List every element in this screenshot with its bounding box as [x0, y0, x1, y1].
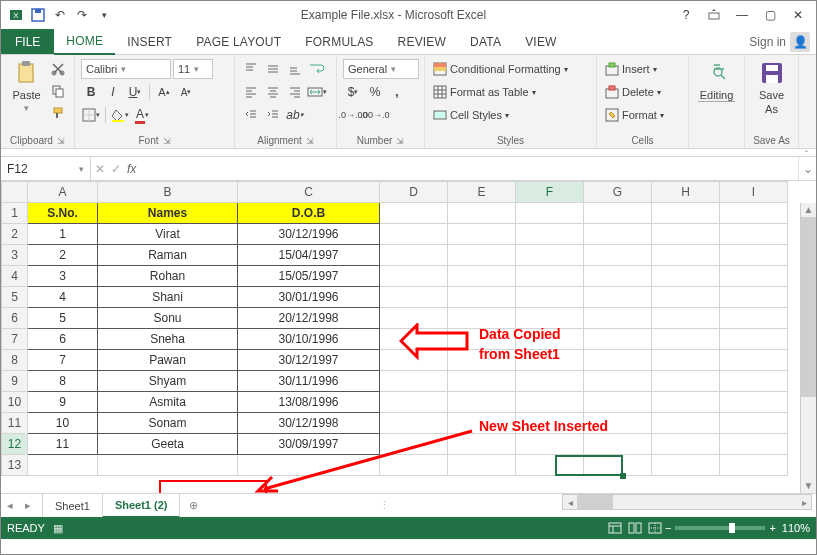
cell[interactable] [720, 203, 788, 224]
cell[interactable] [516, 434, 584, 455]
align-top-icon[interactable] [241, 59, 261, 79]
cell[interactable] [584, 245, 652, 266]
save-as-button[interactable]: Save As [751, 59, 792, 115]
macro-record-icon[interactable]: ▦ [53, 522, 63, 535]
col-header-F[interactable]: F [516, 182, 584, 203]
cell[interactable] [584, 455, 652, 476]
align-center-icon[interactable] [263, 82, 283, 102]
expand-formula-bar-icon[interactable]: ⌄ [798, 157, 816, 180]
cell[interactable]: Sonam [98, 413, 238, 434]
cell[interactable]: Rohan [98, 266, 238, 287]
decrease-indent-icon[interactable] [241, 105, 261, 125]
tab-formulas[interactable]: FORMULAS [293, 29, 385, 54]
horizontal-scrollbar[interactable]: ◂ ▸ [562, 494, 812, 510]
cell[interactable]: 7 [28, 350, 98, 371]
format-painter-icon[interactable] [48, 103, 68, 123]
close-icon[interactable]: ✕ [784, 3, 812, 27]
cell[interactable] [28, 455, 98, 476]
cell[interactable] [584, 350, 652, 371]
sign-in-link[interactable]: Sign in👤 [743, 29, 816, 54]
row-header-6[interactable]: 6 [2, 308, 28, 329]
cell[interactable] [652, 245, 720, 266]
cell[interactable] [380, 455, 448, 476]
cell[interactable] [652, 371, 720, 392]
cell[interactable] [448, 224, 516, 245]
col-header-E[interactable]: E [448, 182, 516, 203]
cell[interactable] [720, 371, 788, 392]
cell-styles-button[interactable]: Cell Styles▾ [431, 105, 511, 125]
cell[interactable] [652, 434, 720, 455]
zoom-out-icon[interactable]: − [665, 522, 671, 534]
cell[interactable] [652, 287, 720, 308]
cell[interactable] [652, 224, 720, 245]
cell[interactable] [380, 371, 448, 392]
zoom-slider[interactable]: − + [665, 522, 776, 534]
editing-button[interactable]: Editing [695, 59, 738, 102]
cell[interactable] [720, 245, 788, 266]
fill-handle[interactable] [620, 473, 626, 479]
cell[interactable] [380, 287, 448, 308]
formula-input[interactable] [140, 157, 798, 180]
cell[interactable] [720, 266, 788, 287]
cell[interactable] [652, 413, 720, 434]
tab-view[interactable]: VIEW [513, 29, 568, 54]
worksheet-grid[interactable]: A B C D E F G H I 1 S.No. Names D.O.B 21… [1, 181, 816, 493]
col-header-G[interactable]: G [584, 182, 652, 203]
cell[interactable] [516, 266, 584, 287]
minimize-icon[interactable]: — [728, 3, 756, 27]
restore-icon[interactable]: ▢ [756, 3, 784, 27]
cell[interactable]: Sneha [98, 329, 238, 350]
cell[interactable] [516, 224, 584, 245]
increase-indent-icon[interactable] [263, 105, 283, 125]
cell[interactable]: Pawan [98, 350, 238, 371]
cell[interactable] [380, 434, 448, 455]
cell[interactable] [584, 434, 652, 455]
paste-button[interactable]: Paste ▾ [7, 59, 46, 113]
cell[interactable] [516, 392, 584, 413]
cell[interactable] [380, 329, 448, 350]
vertical-scrollbar[interactable]: ▲ ▼ [800, 203, 816, 493]
cell[interactable]: 8 [28, 371, 98, 392]
cell[interactable] [380, 266, 448, 287]
cell[interactable]: Asmita [98, 392, 238, 413]
cell[interactable] [448, 434, 516, 455]
orientation-icon[interactable]: ab▾ [285, 105, 305, 125]
cell[interactable] [720, 455, 788, 476]
cell[interactable]: Geeta [98, 434, 238, 455]
cell[interactable] [380, 224, 448, 245]
cell[interactable] [652, 329, 720, 350]
row-header-12[interactable]: 12 [2, 434, 28, 455]
cell[interactable]: 15/05/1997 [238, 266, 380, 287]
cell[interactable] [448, 455, 516, 476]
cell[interactable] [720, 413, 788, 434]
dialog-launcher-icon[interactable]: ⇲ [396, 136, 404, 146]
tab-file[interactable]: FILE [1, 29, 54, 54]
comma-format-icon[interactable]: , [387, 82, 407, 102]
cell[interactable] [652, 455, 720, 476]
tab-review[interactable]: REVIEW [386, 29, 459, 54]
name-box[interactable]: F12▾ [1, 157, 91, 180]
col-header-C[interactable]: C [238, 182, 380, 203]
cell[interactable] [380, 203, 448, 224]
cell[interactable] [238, 455, 380, 476]
cell[interactable]: 30/11/1996 [238, 371, 380, 392]
italic-button[interactable]: I [103, 82, 123, 102]
cell[interactable] [516, 203, 584, 224]
row-header-4[interactable]: 4 [2, 266, 28, 287]
collapse-ribbon-icon[interactable]: ˆ [1, 149, 816, 157]
cell[interactable] [448, 392, 516, 413]
cell[interactable]: D.O.B [238, 203, 380, 224]
redo-icon[interactable]: ↷ [71, 3, 93, 27]
wrap-text-icon[interactable] [307, 59, 327, 79]
view-page-layout-icon[interactable] [625, 520, 645, 536]
font-name-combo[interactable]: Calibri▾ [81, 59, 171, 79]
cell[interactable] [584, 371, 652, 392]
cell[interactable] [380, 392, 448, 413]
decrease-decimal-icon[interactable]: .00→.0 [365, 105, 385, 125]
tab-insert[interactable]: INSERT [115, 29, 184, 54]
cell[interactable]: S.No. [28, 203, 98, 224]
borders-icon[interactable]: ▾ [81, 105, 101, 125]
copy-icon[interactable] [48, 81, 68, 101]
col-header-H[interactable]: H [652, 182, 720, 203]
help-icon[interactable]: ? [672, 3, 700, 27]
